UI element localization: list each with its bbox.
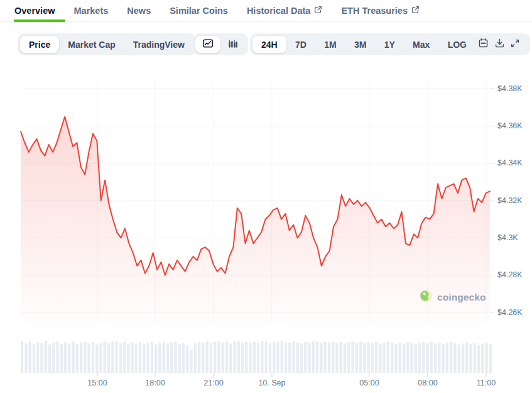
tab-similar-coins[interactable]: Similar Coins <box>170 0 228 22</box>
candlestick-chart-type-button[interactable] <box>220 36 246 53</box>
tab-eth-treasuries[interactable]: ETH Treasuries <box>341 0 420 22</box>
x-axis-label: 18:00 <box>145 379 165 387</box>
tab-label: News <box>127 6 151 16</box>
y-axis-label: $4.28K <box>497 270 523 280</box>
tab-label: Similar Coins <box>170 6 228 16</box>
y-axis-label: $4.38K <box>497 84 523 94</box>
tab-label: ETH Treasuries <box>341 6 408 16</box>
metric-price-button[interactable]: Price <box>20 36 59 53</box>
calendar-icon <box>478 38 489 51</box>
fullscreen-icon <box>510 38 520 51</box>
x-axis-label: 05:00 <box>359 379 379 387</box>
y-axis-label: $4.34K <box>497 158 523 168</box>
price-chart[interactable]: coingecko 15:0018:0021:0010. Sep05:0008:… <box>0 63 532 393</box>
x-axis-label: 11:00 <box>477 379 496 387</box>
external-link-icon <box>411 6 420 16</box>
metric-toggle-group: Price Market Cap TradingView <box>18 33 196 55</box>
tab-news[interactable]: News <box>127 0 151 22</box>
date-range-button[interactable] <box>475 38 491 51</box>
tab-historical-data[interactable]: Historical Data <box>247 0 323 22</box>
range-1y-button[interactable]: 1Y <box>376 36 404 53</box>
tab-label: Markets <box>74 6 109 16</box>
volume-bars <box>21 341 492 374</box>
tab-label: Overview <box>14 6 55 16</box>
range-toggle-group: 24H 7D 1M 3M 1Y Max LOG <box>250 33 530 55</box>
coingecko-watermark: coingecko <box>418 289 486 306</box>
y-axis-label: $4.26K <box>497 308 523 318</box>
metric-market-cap-button[interactable]: Market Cap <box>59 36 124 53</box>
download-icon <box>494 38 505 51</box>
download-chart-button[interactable] <box>492 38 508 51</box>
log-scale-button[interactable]: LOG <box>439 36 475 53</box>
chart-toolbar: Price Market Cap TradingView 24H 7D 1M 3… <box>0 33 532 55</box>
y-axis-label: $4.32K <box>497 196 523 206</box>
line-chart-type-button[interactable] <box>195 36 220 53</box>
x-axis-label: 08:00 <box>418 379 437 387</box>
coin-nav-tabs: Overview Markets News Similar Coins Hist… <box>0 0 532 22</box>
chart-type-toggle-group <box>193 33 248 55</box>
x-axis-label: 15:00 <box>87 379 107 387</box>
coin-chart-page: Overview Markets News Similar Coins Hist… <box>0 0 532 393</box>
line-chart-icon <box>202 38 214 51</box>
x-axis-label: 21:00 <box>204 379 223 387</box>
range-max-button[interactable]: Max <box>404 36 438 53</box>
x-axis-label: 10. Sep <box>258 379 285 387</box>
tab-overview[interactable]: Overview <box>14 0 55 22</box>
range-7d-button[interactable]: 7D <box>286 36 315 53</box>
external-link-icon <box>314 6 322 16</box>
range-1m-button[interactable]: 1M <box>315 36 345 53</box>
watermark-text: coingecko <box>437 292 486 303</box>
coingecko-logo-icon <box>418 289 433 306</box>
candlestick-icon <box>227 38 239 51</box>
range-24h-button[interactable]: 24H <box>252 36 286 53</box>
price-chart-canvas[interactable] <box>0 63 532 393</box>
fullscreen-button[interactable] <box>508 38 523 51</box>
y-axis-label: $4.36K <box>497 121 523 131</box>
y-axis-label: $4.3K <box>497 233 518 243</box>
metric-tradingview-button[interactable]: TradingView <box>124 36 193 53</box>
range-3m-button[interactable]: 3M <box>345 36 375 53</box>
tab-markets[interactable]: Markets <box>74 0 109 22</box>
tab-label: Historical Data <box>247 6 311 16</box>
